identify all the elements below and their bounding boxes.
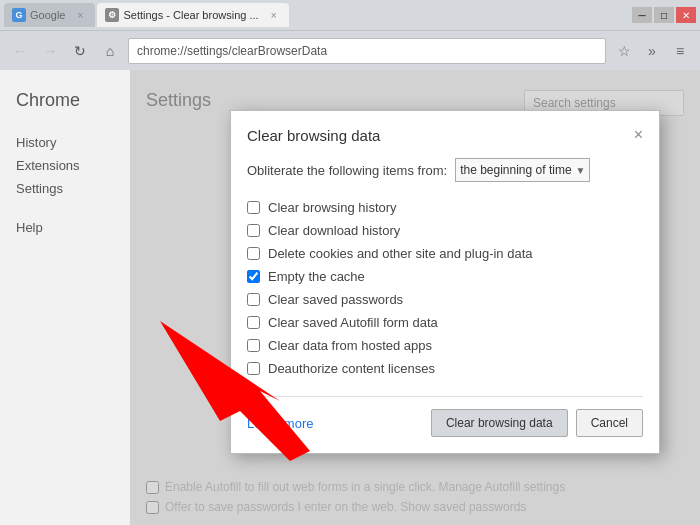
passwords-checkbox[interactable] [247, 293, 260, 306]
obliterate-row: Obliterate the following items from: the… [247, 158, 643, 182]
back-button[interactable]: ← [8, 39, 32, 63]
nav-bar: ← → ↻ ⌂ chrome://settings/clearBrowserDa… [0, 30, 700, 70]
main-content: Chrome History Extensions Settings Help … [0, 70, 700, 525]
cookies-label: Delete cookies and other site and plug-i… [268, 246, 533, 261]
maximize-button[interactable]: □ [654, 7, 674, 23]
sidebar-item-extensions[interactable]: Extensions [16, 154, 130, 177]
tab-settings[interactable]: ⚙ Settings - Clear browsing ... × [97, 3, 288, 27]
menu-icon[interactable]: ≡ [668, 39, 692, 63]
autofill-label: Clear saved Autofill form data [268, 315, 438, 330]
cache-label: Empty the cache [268, 269, 365, 284]
window-controls: ─ □ ✕ [632, 7, 696, 23]
dropdown-arrow-icon: ▼ [576, 165, 586, 176]
sidebar-item-history[interactable]: History [16, 131, 130, 154]
sidebar-title: Chrome [16, 90, 130, 111]
passwords-label: Clear saved passwords [268, 292, 403, 307]
checkbox-passwords: Clear saved passwords [247, 288, 643, 311]
checkbox-browsing-history: Clear browsing history [247, 196, 643, 219]
address-bar[interactable]: chrome://settings/clearBrowserData [128, 38, 606, 64]
address-text: chrome://settings/clearBrowserData [137, 44, 597, 58]
settings-favicon: ⚙ [105, 8, 119, 22]
hosted-apps-checkbox[interactable] [247, 339, 260, 352]
time-select[interactable]: the beginning of time ▼ [455, 158, 590, 182]
time-option: the beginning of time [460, 163, 571, 177]
tab-google-close[interactable]: × [73, 8, 87, 22]
browsing-history-label: Clear browsing history [268, 200, 397, 215]
cache-checkbox[interactable] [247, 270, 260, 283]
sidebar: Chrome History Extensions Settings Help [0, 70, 130, 525]
title-bar: G Google × ⚙ Settings - Clear browsing .… [0, 0, 700, 30]
checkbox-download-history: Clear download history [247, 219, 643, 242]
browser-window: G Google × ⚙ Settings - Clear browsing .… [0, 0, 700, 525]
checkbox-cache: Empty the cache [247, 265, 643, 288]
checkbox-deauthorize: Deauthorize content licenses [247, 357, 643, 380]
tab-google[interactable]: G Google × [4, 3, 95, 27]
download-history-checkbox[interactable] [247, 224, 260, 237]
modal-header: Clear browsing data × [247, 127, 643, 144]
checkbox-autofill: Clear saved Autofill form data [247, 311, 643, 334]
hosted-apps-label: Clear data from hosted apps [268, 338, 432, 353]
tab-settings-label: Settings - Clear browsing ... [123, 9, 258, 21]
cancel-button[interactable]: Cancel [576, 409, 643, 437]
cookies-checkbox[interactable] [247, 247, 260, 260]
tab-settings-close[interactable]: × [267, 8, 281, 22]
star-icon[interactable]: ☆ [612, 39, 636, 63]
checkbox-list: Clear browsing history Clear download hi… [247, 196, 643, 380]
sidebar-help-section: Help [16, 216, 130, 239]
tab-google-label: Google [30, 9, 65, 21]
minimize-button[interactable]: ─ [632, 7, 652, 23]
browsing-history-checkbox[interactable] [247, 201, 260, 214]
sidebar-help-label[interactable]: Help [16, 216, 130, 239]
modal-footer: Learn more Clear browsing data Cancel [247, 396, 643, 437]
autofill-checkbox[interactable] [247, 316, 260, 329]
modal-title: Clear browsing data [247, 127, 380, 144]
deauthorize-checkbox[interactable] [247, 362, 260, 375]
google-favicon: G [12, 8, 26, 22]
learn-more-link[interactable]: Learn more [247, 416, 313, 431]
checkbox-hosted-apps: Clear data from hosted apps [247, 334, 643, 357]
home-button[interactable]: ⌂ [98, 39, 122, 63]
modal-close-button[interactable]: × [634, 127, 643, 143]
clear-browsing-dialog: Clear browsing data × Obliterate the fol… [230, 110, 660, 454]
deauthorize-label: Deauthorize content licenses [268, 361, 435, 376]
footer-buttons: Clear browsing data Cancel [431, 409, 643, 437]
forward-button[interactable]: → [38, 39, 62, 63]
close-button[interactable]: ✕ [676, 7, 696, 23]
content-area: Settings Clear browsing data × Obliterat… [130, 70, 700, 525]
checkbox-cookies: Delete cookies and other site and plug-i… [247, 242, 643, 265]
extensions-icon[interactable]: » [640, 39, 664, 63]
obliterate-label: Obliterate the following items from: [247, 163, 447, 178]
sidebar-item-settings[interactable]: Settings [16, 177, 130, 200]
nav-icons: ☆ » ≡ [612, 39, 692, 63]
download-history-label: Clear download history [268, 223, 400, 238]
refresh-button[interactable]: ↻ [68, 39, 92, 63]
clear-browsing-button[interactable]: Clear browsing data [431, 409, 568, 437]
